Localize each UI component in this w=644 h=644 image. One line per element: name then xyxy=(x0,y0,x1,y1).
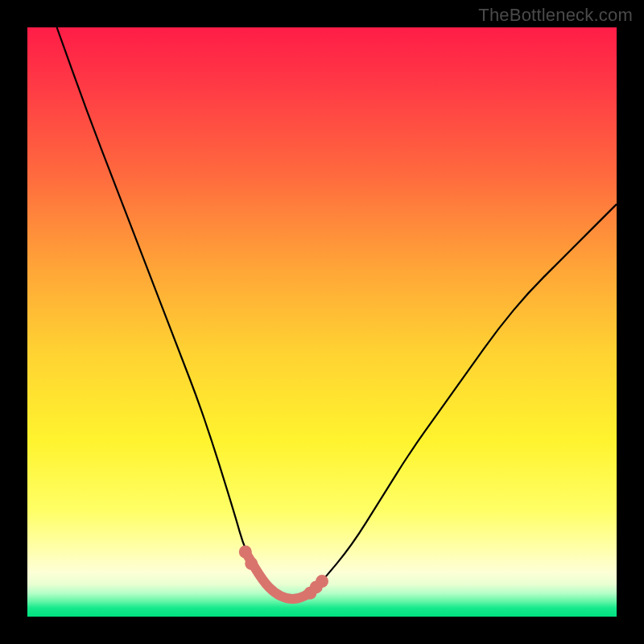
safe-zone-marker xyxy=(316,575,328,588)
outer-frame: TheBottleneck.com xyxy=(0,0,644,644)
watermark-text: TheBottleneck.com xyxy=(478,5,633,26)
plot-area xyxy=(27,27,617,617)
safe-zone-marker xyxy=(245,557,258,570)
chart-svg xyxy=(27,27,617,617)
safe-zone-marker xyxy=(239,546,252,559)
bottleneck-curve xyxy=(57,27,617,599)
